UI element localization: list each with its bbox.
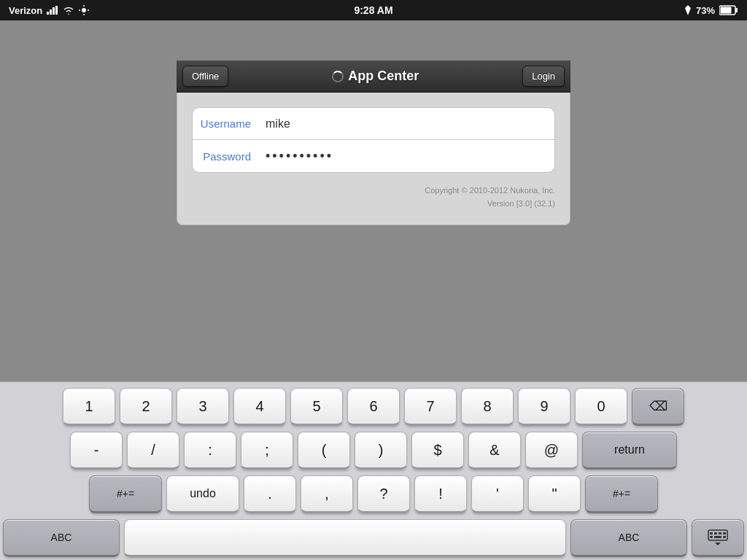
return-key[interactable]: return (582, 432, 677, 470)
key-2[interactable]: 2 (120, 388, 172, 426)
location-icon (684, 5, 692, 15)
svg-rect-17 (710, 536, 713, 538)
svg-rect-10 (735, 8, 738, 12)
battery-percent: 73% (696, 5, 715, 16)
login-form: Username Password (192, 107, 555, 173)
key-5[interactable]: 5 (290, 388, 343, 426)
key-4[interactable]: 4 (233, 388, 286, 426)
svg-rect-19 (723, 536, 726, 538)
key-apostrophe[interactable]: ' (471, 475, 524, 513)
keyboard: 1 2 3 4 5 6 7 8 9 0 ⌫ - / : ; ( ) $ & @ … (0, 381, 747, 560)
offline-button[interactable]: Offline (182, 66, 228, 87)
signal-icon (47, 6, 58, 15)
key-6[interactable]: 6 (347, 388, 400, 426)
keyboard-row-more-symbols: #+= undo . , ? ! ' " #+= (3, 475, 744, 513)
backspace-key[interactable]: ⌫ (632, 388, 684, 426)
key-ampersand[interactable]: & (468, 432, 521, 470)
copyright-line1: Copyright © 2010-2012 Nukona, Inc. (192, 184, 555, 198)
key-at[interactable]: @ (525, 432, 578, 470)
key-close-paren[interactable]: ) (355, 432, 407, 470)
nav-bar-title: App Center (332, 69, 419, 84)
key-abc-right[interactable]: ABC (570, 519, 687, 557)
key-0[interactable]: 0 (575, 388, 627, 426)
password-input[interactable] (258, 140, 554, 172)
svg-rect-15 (719, 532, 721, 534)
key-colon[interactable]: : (184, 432, 236, 470)
key-exclamation[interactable]: ! (414, 475, 467, 513)
key-quote[interactable]: " (528, 475, 581, 513)
key-minus[interactable]: - (70, 432, 123, 470)
content-container: Username Password Copyright © 2010-2012 … (177, 93, 570, 225)
key-period[interactable]: . (244, 475, 296, 513)
svg-rect-2 (53, 7, 55, 15)
username-row: Username (193, 108, 554, 140)
app-title: App Center (348, 69, 419, 84)
key-1[interactable]: 1 (63, 388, 115, 426)
status-right: 73% (684, 5, 738, 16)
key-comma[interactable]: , (301, 475, 353, 513)
key-3[interactable]: 3 (177, 388, 229, 426)
login-button[interactable]: Login (522, 66, 565, 87)
window-wrapper: Offline App Center Login Username Passwo… (177, 61, 570, 225)
wifi-icon (63, 6, 74, 15)
key-semicolon[interactable]: ; (241, 432, 293, 470)
copyright-line2: Version [3.0] (32.1) (192, 198, 555, 211)
key-7[interactable]: 7 (404, 388, 457, 426)
status-time: 9:28 AM (354, 4, 392, 16)
keyboard-row-symbols: - / : ; ( ) $ & @ return (3, 432, 744, 470)
nav-bar: Offline App Center Login (177, 61, 570, 93)
svg-rect-12 (708, 530, 727, 540)
brightness-icon (79, 5, 89, 15)
key-abc-left[interactable]: ABC (3, 519, 120, 557)
loading-spinner (332, 71, 344, 82)
status-left: Verizon (9, 5, 89, 16)
keyboard-hide-icon (708, 529, 728, 545)
svg-rect-16 (723, 532, 726, 534)
key-undo[interactable]: undo (166, 475, 239, 513)
svg-rect-0 (47, 12, 49, 15)
battery-icon (719, 5, 738, 15)
key-dollar[interactable]: $ (411, 432, 464, 470)
carrier-label: Verizon (9, 5, 42, 16)
key-question[interactable]: ? (357, 475, 410, 513)
status-bar: Verizon 9:28 AM 73% (0, 0, 747, 20)
password-label: Password (193, 150, 258, 163)
key-8[interactable]: 8 (461, 388, 514, 426)
keyboard-row-bottom: ABC ABC (3, 519, 744, 557)
svg-rect-11 (721, 7, 732, 14)
svg-rect-1 (50, 9, 52, 15)
key-hash-plus-equals-left[interactable]: #+= (89, 475, 162, 513)
password-row: Password (193, 140, 554, 172)
copyright: Copyright © 2010-2012 Nukona, Inc. Versi… (192, 184, 555, 210)
username-label: Username (193, 117, 258, 130)
keyboard-hide-key[interactable] (692, 519, 744, 557)
key-slash[interactable]: / (127, 432, 179, 470)
key-hash-plus-equals-right[interactable]: #+= (585, 475, 658, 513)
space-key[interactable] (124, 519, 566, 557)
key-9[interactable]: 9 (518, 388, 570, 426)
svg-point-4 (82, 8, 86, 12)
username-input[interactable] (258, 108, 554, 139)
key-open-paren[interactable]: ( (298, 432, 350, 470)
svg-rect-18 (714, 536, 721, 538)
svg-rect-14 (714, 532, 717, 534)
keyboard-row-numbers: 1 2 3 4 5 6 7 8 9 0 ⌫ (3, 388, 744, 426)
svg-rect-3 (55, 6, 58, 15)
svg-rect-13 (710, 532, 713, 534)
